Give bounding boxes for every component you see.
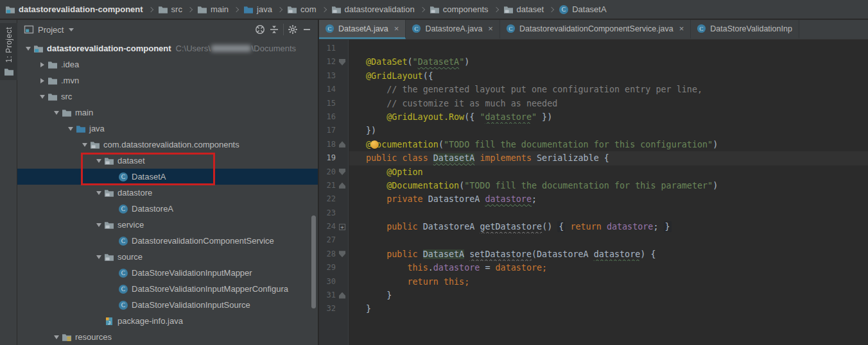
line-number: 31 (319, 289, 336, 302)
fold-gutter (336, 302, 349, 316)
expand-arrow-icon[interactable] (51, 335, 62, 339)
locate-icon[interactable] (253, 22, 267, 37)
expand-arrow-icon[interactable] (93, 223, 104, 227)
tab-datastorevalidationcomponentservice-java[interactable]: CDatastorevalidationComponentService.jav… (500, 20, 691, 39)
code-text[interactable]: @Documentation("TODO fill the documentat… (349, 138, 868, 151)
close-icon[interactable]: × (394, 24, 399, 33)
settings-icon[interactable] (286, 22, 300, 37)
ide-window: datastorevalidation-componentsrcmainjava… (0, 0, 868, 345)
expand-arrow-icon[interactable] (37, 95, 48, 99)
code-text[interactable]: return this; (349, 275, 868, 289)
expand-arrow-icon[interactable] (93, 191, 104, 195)
tree-item-java[interactable]: java (17, 121, 318, 137)
breadcrumb-item-src[interactable]: src (158, 4, 182, 15)
tree-item-src[interactable]: src (17, 88, 318, 105)
tree-item-datastorea[interactable]: CDatastoreA (17, 201, 318, 217)
code-text[interactable]: public DatastoreA getDatastore() { retur… (349, 220, 868, 233)
code-text[interactable]: public DatasetA setDatastore(DatastoreA … (349, 248, 868, 261)
collapse-arrow-icon[interactable] (37, 62, 48, 67)
expand-arrow-icon[interactable] (79, 143, 90, 147)
breadcrumb-chevron-icon (187, 6, 193, 12)
code-text[interactable]: @GridLayout.Row({ "datastore" }) (349, 110, 868, 124)
chevron-down-icon[interactable] (69, 28, 74, 31)
code-line-21: 21 @Documentation("TODO fill the documen… (319, 179, 868, 192)
code-line-13: 13@GridLayout({ (319, 69, 868, 83)
line-number: 12 (319, 55, 336, 69)
collapse-all-icon[interactable] (267, 22, 281, 37)
breadcrumb-item-datastorevalidation[interactable]: datastorevalidation (331, 4, 415, 15)
code-line-30: 30 return this; (319, 275, 868, 289)
code-text[interactable]: // the generated layout put one configur… (349, 83, 868, 96)
fold-marker-icon[interactable] (336, 289, 349, 302)
close-icon[interactable]: × (679, 24, 684, 33)
code-text[interactable]: @GridLayout({ (349, 69, 868, 83)
tree-item--idea[interactable]: .idea (17, 56, 318, 72)
fold-marker-icon[interactable] (336, 165, 349, 179)
tree-item-datastore[interactable]: datastore (17, 185, 318, 201)
fold-marker-icon[interactable] (336, 220, 349, 233)
code-line-31: 31 } (319, 289, 868, 302)
tab-dataseta-java[interactable]: CDatasetA.java× (319, 20, 406, 39)
code-text[interactable]: } (349, 302, 868, 316)
breadcrumb-item-datastorevalidation-component[interactable]: datastorevalidation-component (5, 4, 143, 15)
code-text[interactable]: @DataSet("DatasetA") (349, 55, 868, 69)
tree-item-main[interactable]: main (17, 105, 318, 121)
intention-bulb-icon[interactable] (370, 140, 379, 149)
tree-item-datastorevalidationcomponentservice[interactable]: CDatastorevalidationComponentService (17, 233, 318, 249)
tree-item-datastorevalidationinputsource[interactable]: CDataStoreValidationInputSource (17, 297, 318, 313)
close-icon[interactable]: × (488, 24, 493, 33)
tree-item-service[interactable]: service (17, 217, 318, 233)
java-folder-icon (243, 4, 254, 15)
tool-window-button-project[interactable]: 1: Project (0, 23, 17, 80)
tree-item-datastorevalidation-component[interactable]: datastorevalidation-componentC:\Users\\D… (17, 40, 318, 56)
code-text[interactable]: }) (349, 124, 868, 137)
collapse-arrow-icon[interactable] (37, 78, 48, 83)
code-text[interactable]: private DatastoreA datastore; (349, 192, 868, 206)
tree-item--mvn[interactable]: .mvn (17, 72, 318, 88)
hide-icon[interactable] (300, 22, 314, 37)
fold-marker-icon[interactable] (336, 55, 349, 69)
code-text[interactable]: @Option (349, 165, 868, 179)
project-path: C:\Users\\Documents (176, 44, 297, 53)
tree-item-label: DataStoreValidationInputMapper (132, 268, 252, 278)
svg-text:J: J (108, 319, 110, 325)
expand-arrow-icon[interactable] (65, 127, 76, 131)
folder-icon (4, 67, 14, 77)
redacted-username (211, 45, 251, 52)
expand-arrow-icon[interactable] (93, 255, 104, 259)
tree-item-datastorevalidationinputmapperconfigura[interactable]: CDataStoreValidationInputMapperConfigura (17, 281, 318, 297)
code-text[interactable]: @Documentation("TODO fill the documentat… (349, 179, 868, 192)
fold-marker-icon[interactable] (336, 179, 349, 192)
breadcrumb-item-dataset[interactable]: dataset (503, 4, 544, 15)
line-number: 11 (319, 42, 336, 55)
tree-item-resources[interactable]: resources (17, 329, 318, 345)
breadcrumb-item-dataseta[interactable]: CDatasetA (559, 4, 606, 15)
fold-marker-icon[interactable] (336, 138, 349, 151)
code-text[interactable]: // customize it as much as needed (349, 97, 868, 110)
tab-datastorea-java[interactable]: CDatastoreA.java× (406, 20, 500, 39)
class-icon: C (506, 24, 516, 33)
breadcrumb-item-java[interactable]: java (243, 4, 272, 15)
breadcrumb-item-main[interactable]: main (197, 4, 229, 15)
tree-item-package-info-java[interactable]: Jpackage-info.java (17, 313, 318, 329)
tree-item-dataseta[interactable]: CDatasetA (17, 169, 318, 185)
tab-datastorevalidationinp[interactable]: CDataStoreValidationInp (691, 20, 799, 39)
expand-arrow-icon[interactable] (93, 159, 104, 163)
breadcrumb-item-components[interactable]: components (430, 4, 489, 15)
tree-item-datastorevalidationinputmapper[interactable]: CDataStoreValidationInputMapper (17, 265, 318, 281)
project-scrollbar-thumb[interactable] (311, 215, 316, 308)
expand-arrow-icon[interactable] (51, 111, 62, 115)
tree-item-source[interactable]: source (17, 249, 318, 265)
fold-marker-icon[interactable] (336, 248, 349, 261)
code-line-32: 32} (319, 302, 868, 316)
code-text[interactable]: this.datastore = datastore; (349, 261, 868, 274)
package-icon (104, 156, 114, 166)
tree-item-dataset[interactable]: dataset (17, 153, 318, 169)
code-text[interactable]: } (349, 289, 868, 302)
expand-arrow-icon[interactable] (22, 47, 33, 51)
breadcrumb-item-com[interactable]: com (287, 4, 317, 15)
tree-item-com-datastorevalidation-components[interactable]: com.datastorevalidation.components (17, 137, 318, 153)
code-text[interactable]: public class DatasetA implements Seriali… (349, 151, 868, 165)
project-panel-title[interactable]: Project (38, 25, 64, 35)
header-separator (283, 24, 284, 35)
